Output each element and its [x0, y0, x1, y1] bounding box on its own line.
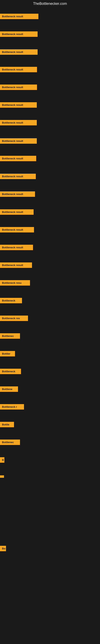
bottleneck-item: Bottlenec	[0, 440, 20, 446]
bottleneck-label: Bottleneck result	[0, 209, 34, 215]
bottleneck-item: Bottleneck resu	[0, 280, 30, 286]
bottleneck-label: Bottleneck result	[0, 227, 34, 232]
bottleneck-item: Bottleneck result	[0, 192, 35, 198]
bottleneck-label: Bottlene	[0, 386, 18, 392]
bottleneck-label: Bottleneck result	[0, 67, 37, 72]
bottleneck-item: Bottleneck result	[0, 32, 38, 38]
bottleneck-item: Bo	[0, 546, 6, 552]
bottleneck-item: Bottleneck result	[0, 174, 36, 180]
bottleneck-item: Bottleneck res	[0, 316, 28, 322]
bottleneck-label: Bottleneck result	[0, 192, 35, 197]
bottleneck-label: Bottleneck r	[0, 404, 24, 410]
bottleneck-label: Bottleneck result	[0, 138, 37, 144]
bottleneck-label: Bottleneck result	[0, 156, 36, 161]
bottleneck-label: Bottleneck result	[0, 120, 37, 126]
bottleneck-item: Bottlenec	[0, 333, 20, 340]
bottleneck-label: Bo	[0, 546, 6, 551]
site-title: TheBottlenecker.com	[0, 0, 100, 8]
bottleneck-item: Bottleneck result	[0, 84, 37, 91]
bottleneck-label: Bottleneck	[0, 369, 21, 374]
bottleneck-label: Bottler	[0, 351, 15, 356]
bottleneck-label: Bottleneck result	[0, 262, 32, 268]
bottleneck-item: Bottleneck result	[0, 227, 34, 233]
bottleneck-label	[0, 475, 4, 478]
bottleneck-label: Bottleneck result	[0, 32, 38, 37]
bottleneck-item: Bottleneck result	[0, 262, 32, 269]
bottleneck-item: Bottleneck result	[0, 67, 37, 73]
bottleneck-label: Bottleneck result	[0, 49, 38, 55]
bottleneck-item: Bottleneck result	[0, 138, 37, 144]
bottleneck-item: Bottleneck	[0, 369, 21, 375]
bottleneck-item: Bottleneck	[0, 298, 22, 304]
bottleneck-item: Bottleneck result	[0, 49, 38, 56]
bottleneck-item: Bottleneck result	[0, 14, 38, 20]
bottleneck-label: Bottleneck result	[0, 84, 37, 90]
bottleneck-item: Bottleneck r	[0, 404, 24, 410]
bottleneck-item: B	[0, 457, 4, 464]
bottleneck-item: Bottleneck result	[0, 156, 36, 162]
bottleneck-label: Bottlenec	[0, 333, 20, 339]
bottleneck-label: Bottleneck resu	[0, 280, 30, 286]
bottleneck-item: Bottler	[0, 351, 15, 357]
bottleneck-item: Bottleneck result	[0, 245, 33, 251]
bottleneck-item	[0, 475, 4, 478]
bottleneck-label: Bottleneck result	[0, 14, 38, 19]
bottleneck-item: Bottleneck result	[0, 120, 37, 126]
bottleneck-item: Bottleneck result	[0, 209, 34, 216]
bottleneck-label: Bottleneck res	[0, 316, 28, 321]
bottleneck-label: B	[0, 457, 4, 463]
bottleneck-item: Bottlene	[0, 386, 18, 393]
bottleneck-label: Bottleneck result	[0, 174, 36, 179]
bottleneck-label: Bottleneck result	[0, 102, 37, 108]
bottleneck-label: Bottle	[0, 422, 14, 427]
bottleneck-label: Bottleneck	[0, 298, 22, 303]
bottleneck-item: Bottle	[0, 422, 14, 428]
bottleneck-item: Bottleneck result	[0, 102, 37, 108]
bottleneck-label: Bottleneck result	[0, 245, 33, 250]
bottleneck-label: Bottlenec	[0, 440, 20, 445]
